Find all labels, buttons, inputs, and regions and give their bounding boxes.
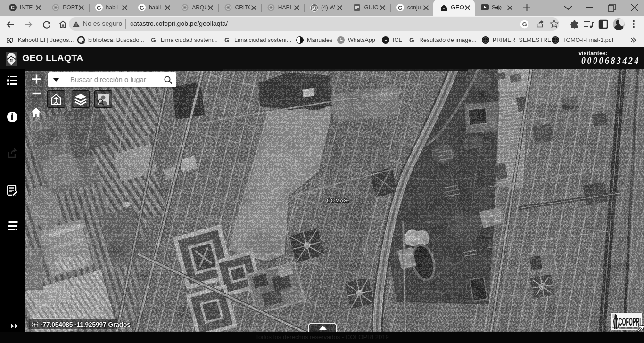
svg-text:C: C — [11, 5, 15, 10]
svg-text:G: G — [398, 5, 402, 11]
svg-text:G: G — [409, 36, 414, 44]
svg-text:G: G — [522, 21, 527, 28]
svg-text:G: G — [224, 36, 230, 44]
svg-text:G: G — [140, 5, 144, 11]
svg-text:!: ! — [12, 37, 14, 44]
svg-text:G: G — [97, 5, 101, 11]
svg-text:COMAS.: COMAS. — [327, 197, 350, 203]
svg-text:G: G — [151, 36, 156, 44]
svg-text:4: 4 — [313, 6, 315, 10]
